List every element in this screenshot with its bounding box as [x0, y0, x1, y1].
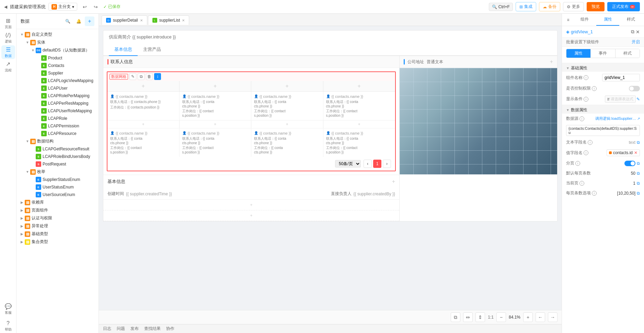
tree-item-lcap-get-resource[interactable]: S LCAPGetResourceResult — [16, 145, 99, 153]
search-box[interactable]: 🔍 Ctrl+F — [489, 3, 513, 11]
panel-menu-icon[interactable]: ≡ — [563, 15, 573, 25]
data-props-section-title[interactable]: ▼ 数据属性 — [562, 105, 644, 114]
tree-arrow-page-components[interactable] — [19, 208, 25, 213]
props-tab-style[interactable]: 样式 — [619, 14, 643, 26]
grid-copy-btn[interactable]: ⧉ — [138, 73, 145, 80]
tree-item-contacts[interactable]: E Contacts — [16, 62, 99, 69]
tree-arrow-defaultDS[interactable] — [30, 48, 36, 53]
prop-default-page-size-copy-icon[interactable]: ⧉ — [637, 171, 640, 176]
tab-detail-close[interactable]: ✕ — [140, 19, 143, 22]
tree-item-auth[interactable]: ▤ 认证与权限 — [16, 214, 99, 222]
tree-item-dep-libs[interactable]: ▤ 依赖库 — [16, 198, 99, 206]
tree-item-exception[interactable]: ▤ 异常处理 — [16, 222, 99, 230]
tree-item-basic-types[interactable]: ▤ 基础类型 — [16, 230, 99, 238]
integrate-button[interactable]: ⊞ 集成 — [516, 2, 536, 11]
address-add-btn[interactable]: + — [550, 59, 553, 65]
page-size-select[interactable]: 50条/页 — [335, 160, 361, 168]
tree-item-lcap-user[interactable]: E LCAPUser — [16, 84, 99, 92]
tree-item-lcap-per-res[interactable]: E LCAPPerResMapping — [16, 100, 99, 107]
canvas-tab-products[interactable]: 主营产品 — [138, 44, 166, 56]
branch-selector[interactable]: H 主分支 ▾ — [48, 3, 77, 11]
sidebar-item-feedback[interactable]: 💬 客服 — [1, 302, 15, 316]
tab-supplier-detail[interactable]: D supplierDetail ✕ — [102, 15, 147, 25]
props-tab-properties[interactable]: 属性 — [596, 14, 620, 26]
grid-col-add-2[interactable]: + — [180, 81, 252, 91]
redo-button[interactable]: ↪ — [91, 2, 101, 12]
search-data-button[interactable]: 🔍 — [63, 16, 72, 26]
back-button[interactable]: ◀ — [4, 4, 7, 9]
backup-button[interactable]: ☁ 备份 — [539, 2, 560, 11]
add-row-btn-1[interactable]: + — [103, 200, 399, 210]
tree-arrow-auth[interactable] — [19, 216, 25, 221]
tab-list-close[interactable]: ✕ — [182, 19, 185, 22]
tree-item-lcap-logic[interactable]: E LCAPLogicViewMapping — [16, 77, 99, 84]
tree-item-user-status[interactable]: E UserStatusEnum — [16, 183, 99, 191]
page-prev-btn[interactable]: ‹ — [364, 160, 372, 168]
tree-arrow-custom[interactable] — [19, 32, 25, 37]
prev-page-btn[interactable]: ← — [536, 312, 545, 322]
tree-item-enum[interactable]: ▤ 枚举 — [16, 168, 99, 176]
expr-edit-icon[interactable]: ✎ — [636, 97, 640, 102]
undo-button[interactable]: ↩ — [80, 2, 90, 12]
tree-item-post-request[interactable]: S PostRequest — [16, 160, 99, 168]
tree-item-page-components[interactable]: ▤ 页面组件 — [16, 206, 99, 214]
tree-arrow-basic-types[interactable] — [19, 231, 25, 237]
batch-set-open-link[interactable]: 开启 — [632, 39, 640, 45]
props-copy-icon[interactable]: ⧉ — [631, 29, 634, 35]
prop-page-options-copy-icon[interactable]: ⧉ — [637, 191, 640, 196]
prop-current-page-copy-icon[interactable]: ⧉ — [637, 181, 640, 186]
props-tab-component[interactable]: 组件 — [573, 14, 596, 26]
preview-button[interactable]: 预览 — [587, 2, 605, 11]
grid-move-btn[interactable]: ↕ — [154, 73, 161, 80]
sidebar-item-help[interactable]: ? 帮助 — [1, 319, 15, 333]
more-button[interactable]: ⚙ 更多 — [563, 2, 584, 11]
tree-arrow-dep-libs[interactable] — [19, 200, 25, 205]
add-data-button[interactable]: + — [85, 16, 94, 26]
status-tab-issues[interactable]: 问题 — [117, 326, 125, 332]
row-add-3[interactable]: + — [251, 120, 323, 128]
prop-component-name-input[interactable] — [602, 74, 640, 81]
row-add-2[interactable]: + — [180, 120, 252, 128]
tree-item-lcap-role-per[interactable]: E LCAPRolePerMapping — [16, 92, 99, 100]
page-next-btn[interactable]: › — [383, 160, 391, 168]
prop-text-field-copy-icon[interactable]: ⧉ — [637, 140, 640, 145]
props-close-icon[interactable]: ✕ — [636, 29, 640, 35]
sidebar-item-flow[interactable]: ↗ 流程 — [1, 60, 15, 73]
fit-height-btn[interactable]: ⇕ — [475, 312, 485, 322]
copy-canvas-btn[interactable]: ⧉ — [451, 312, 460, 322]
tree-item-lcap-role-bind[interactable]: S LCAPRoleBindUsersBody — [16, 153, 99, 160]
canvas-tab-basic[interactable]: 基本信息 — [109, 44, 138, 56]
tree-arrow-data-struct[interactable] — [25, 139, 30, 144]
attr-tab-event[interactable]: 事件 — [591, 49, 615, 58]
prop-pagination-toggle[interactable] — [624, 161, 635, 166]
tree-item-entity[interactable]: ▤ 实体 — [16, 38, 99, 46]
prop-permission-toggle[interactable] — [629, 86, 640, 91]
row-add-4[interactable]: + — [323, 120, 395, 128]
grid-col-add-1[interactable]: + — [107, 81, 180, 91]
zoom-in-btn[interactable]: + — [523, 312, 533, 322]
tree-arrow-entity[interactable] — [25, 40, 30, 45]
tree-item-supplier[interactable]: E Supplier — [16, 69, 99, 77]
sidebar-item-page[interactable]: ⊞ 页面 — [1, 16, 15, 30]
tree-item-custom-types[interactable]: ▤ 自定义类型 — [16, 31, 99, 38]
grid-col-add-3[interactable]: + — [251, 81, 323, 91]
status-tab-publish[interactable]: 发布 — [130, 326, 139, 332]
grid-edit-btn[interactable]: ✎ — [129, 73, 136, 80]
sidebar-item-logic[interactable]: ⟨/⟩ 逻辑 — [1, 31, 15, 45]
tree-item-supplier-status[interactable]: E SupplierStatusEnum — [16, 176, 99, 183]
attr-tab-style[interactable]: 样式 — [616, 49, 640, 58]
tree-item-collection-types[interactable]: ▤ 集合类型 — [16, 238, 99, 246]
tree-item-lcap-permission[interactable]: E LCAPPermission — [16, 122, 99, 130]
zoom-out-btn[interactable]: − — [496, 312, 506, 322]
prop-pagination-copy-icon[interactable]: ⧉ — [637, 161, 640, 166]
status-tab-find[interactable]: 查找结果 — [144, 326, 161, 332]
attr-tab-attr[interactable]: 属性 — [566, 49, 591, 58]
tree-arrow-collection-types[interactable] — [19, 239, 25, 245]
tab-supplier-list[interactable]: L supplierList ✕ — [148, 15, 189, 25]
publish-button[interactable]: 正式发布 ∞ — [607, 2, 640, 11]
tree-item-defaultDS[interactable]: DS defaultDS（认知数据源） + — [16, 46, 99, 54]
basic-info-add-btn[interactable]: + — [392, 179, 395, 185]
datasource-link-out-icon[interactable]: ↗ — [637, 117, 640, 120]
prop-value-field-delete-icon[interactable]: ✕ — [634, 150, 637, 155]
fit-width-btn[interactable]: ⇔ — [463, 312, 473, 322]
